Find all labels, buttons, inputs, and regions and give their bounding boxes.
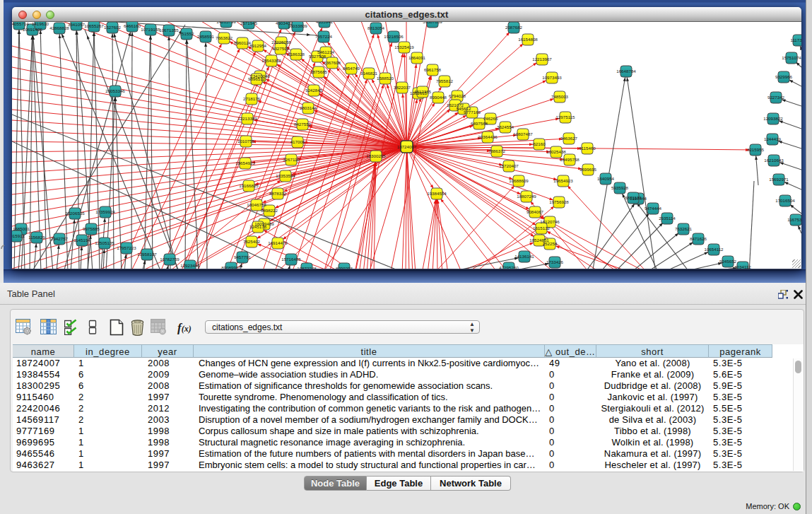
svg-text:17957223: 17957223: [117, 245, 136, 250]
svg-text:1527602: 1527602: [104, 25, 122, 30]
svg-text:3341057: 3341057: [68, 22, 86, 27]
svg-text:12353594: 12353594: [276, 173, 295, 178]
svg-text:16210643: 16210643: [764, 158, 784, 163]
svg-text:8990448: 8990448: [430, 95, 447, 100]
svg-text:1117344: 1117344: [790, 37, 801, 42]
svg-text:7663822: 7663822: [216, 35, 233, 40]
svg-text:10025438: 10025438: [546, 149, 566, 154]
svg-text:10654112: 10654112: [704, 247, 724, 252]
svg-text:8215955: 8215955: [747, 147, 765, 152]
svg-text:16033809: 16033809: [288, 23, 307, 28]
svg-text:8878332: 8878332: [269, 191, 287, 196]
svg-text:17359924: 17359924: [95, 209, 115, 214]
svg-text:7886372: 7886372: [488, 148, 506, 153]
svg-text:12923446: 12923446: [180, 263, 200, 268]
svg-text:9777169: 9777169: [464, 110, 481, 115]
svg-text:1245178: 1245178: [249, 224, 267, 229]
svg-text:9327508: 9327508: [309, 54, 326, 59]
svg-text:89089901: 89089901: [221, 265, 241, 269]
svg-text:2803144: 2803144: [300, 105, 317, 110]
svg-text:9457791: 9457791: [234, 255, 252, 259]
svg-text:1640954: 1640954: [597, 176, 615, 181]
svg-text:15716485: 15716485: [281, 257, 301, 262]
svg-text:10688609: 10688609: [509, 178, 529, 183]
svg-text:10973493: 10973493: [542, 75, 562, 80]
svg-text:20053346: 20053346: [105, 88, 125, 93]
svg-text:8034112: 8034112: [734, 264, 751, 269]
svg-text:9699695: 9699695: [579, 167, 597, 172]
svg-text:1685001: 1685001: [13, 226, 30, 231]
svg-text:16648784: 16648784: [616, 69, 636, 74]
svg-text:8813054: 8813054: [367, 25, 385, 30]
svg-text:417006: 417006: [290, 139, 305, 144]
svg-text:8090293: 8090293: [336, 266, 353, 269]
svg-text:1615132: 1615132: [533, 226, 551, 230]
svg-text:6466160: 6466160: [124, 23, 141, 28]
svg-text:10655267: 10655267: [84, 23, 104, 28]
svg-text:3915912: 3915912: [12, 233, 25, 238]
svg-text:20691406: 20691406: [23, 27, 42, 32]
svg-text:39587039: 39587039: [423, 22, 442, 24]
svg-text:1244419: 1244419: [764, 136, 782, 141]
svg-text:2087682: 2087682: [505, 25, 523, 30]
svg-text:9227342: 9227342: [767, 95, 785, 100]
svg-text:19756928: 19756928: [549, 199, 569, 204]
svg-text:2458591: 2458591: [197, 34, 215, 39]
svg-text:9084067: 9084067: [526, 209, 544, 214]
svg-text:4612365: 4612365: [414, 89, 432, 94]
svg-text:15692971: 15692971: [769, 177, 789, 182]
svg-text:751552: 751552: [180, 31, 194, 36]
svg-text:9115460: 9115460: [579, 146, 596, 151]
svg-text:19218506: 19218506: [384, 34, 404, 39]
svg-text:8186328: 8186328: [288, 52, 305, 57]
svg-text:3875685: 3875685: [310, 69, 328, 74]
svg-text:8498222: 8498222: [261, 208, 278, 213]
svg-text:9146821: 9146821: [360, 71, 378, 76]
svg-text:8454749: 8454749: [343, 66, 360, 71]
svg-text:1167533: 1167533: [787, 217, 801, 222]
svg-text:1419610: 1419610: [32, 22, 49, 26]
svg-text:9242845: 9242845: [305, 88, 323, 93]
svg-text:9463627: 9463627: [560, 136, 578, 141]
svg-text:18807249: 18807249: [517, 194, 536, 199]
svg-text:20364436: 20364436: [478, 134, 498, 139]
svg-text:9327500: 9327500: [272, 46, 290, 51]
svg-text:16543362: 16543362: [261, 58, 281, 63]
svg-text:9896512: 9896512: [248, 76, 266, 81]
svg-text:19654923: 19654923: [553, 178, 573, 183]
svg-text:62160: 62160: [533, 141, 546, 146]
svg-text:3267110: 3267110: [283, 157, 300, 162]
svg-text:19384554: 19384554: [427, 191, 447, 196]
svg-text:2935114: 2935114: [659, 216, 676, 221]
svg-text:42868828: 42868828: [49, 25, 69, 30]
svg-text:15325419: 15325419: [394, 45, 414, 49]
svg-text:10807487: 10807487: [513, 132, 533, 136]
svg-text:20206535: 20206535: [65, 211, 85, 216]
svg-text:17016504: 17016504: [775, 198, 795, 203]
svg-text:15751074: 15751074: [782, 55, 801, 60]
svg-text:6961758: 6961758: [424, 67, 442, 72]
svg-text:12213389: 12213389: [237, 116, 257, 121]
svg-text:8960124: 8960124: [234, 40, 252, 45]
svg-text:2942757: 2942757: [51, 236, 69, 241]
svg-text:6871123: 6871123: [625, 195, 642, 200]
svg-text:18300295: 18300295: [366, 153, 386, 158]
svg-text:252254: 252254: [543, 241, 558, 246]
svg-text:10719155: 10719155: [141, 27, 160, 32]
svg-text:9975885: 9975885: [83, 226, 100, 231]
svg-text:8471626: 8471626: [690, 236, 707, 241]
svg-text:12975115: 12975115: [555, 115, 575, 119]
svg-text:3624554: 3624554: [497, 124, 514, 129]
svg-text:15720407: 15720407: [499, 163, 519, 168]
svg-text:10958107: 10958107: [137, 252, 157, 257]
svg-text:14265799: 14265799: [216, 22, 236, 24]
svg-text:16120746: 16120746: [540, 219, 560, 224]
svg-text:16914479: 16914479: [268, 240, 288, 245]
svg-text:9329966: 9329966: [775, 74, 793, 79]
svg-text:7625402: 7625402: [243, 239, 261, 244]
svg-text:4335942: 4335942: [316, 22, 334, 24]
svg-text:12213967: 12213967: [532, 57, 552, 62]
svg-text:10872248: 10872248: [297, 266, 317, 269]
svg-text:6794028: 6794028: [449, 93, 466, 98]
svg-text:1156829: 1156829: [28, 235, 45, 240]
